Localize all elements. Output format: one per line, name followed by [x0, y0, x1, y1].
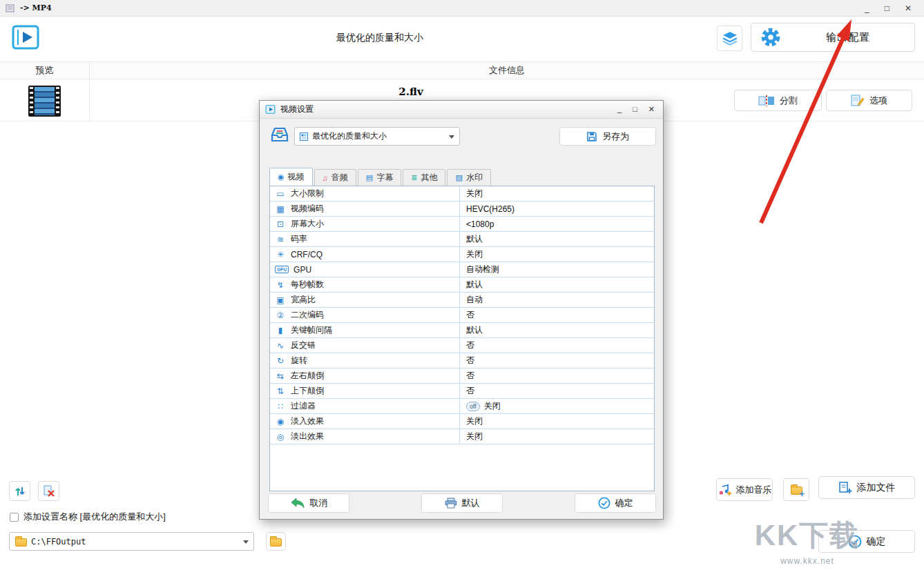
setting-row[interactable]: ↻ 旋转 否: [270, 353, 654, 368]
audio-tab-icon: ♫: [323, 174, 328, 182]
setting-value-cell[interactable]: 默认: [460, 277, 654, 292]
setting-row[interactable]: ⇅ 上下颠倒 否: [270, 384, 654, 399]
file-name: 2.flv: [90, 86, 732, 98]
setting-value-cell[interactable]: 否: [460, 384, 654, 398]
setting-label: 每秒帧数: [291, 279, 324, 291]
caret-down-icon: [243, 540, 249, 544]
settings-table: ▭ 大小限制 关闭 ▦ 视频编码 HEVC(H265): [269, 186, 655, 491]
maximize-button[interactable]: □: [885, 3, 889, 13]
setting-value: 默认: [466, 233, 483, 245]
add-folder-button[interactable]: +: [783, 478, 809, 501]
add-music-button[interactable]: 添加音乐: [716, 478, 773, 501]
minimize-button[interactable]: _: [865, 3, 869, 13]
setting-value-cell[interactable]: off 关闭: [460, 399, 654, 413]
output-config-button[interactable]: 输出配置: [751, 23, 915, 52]
transfer-settings-button[interactable]: [9, 481, 30, 501]
dialog-ok-button[interactable]: 确定: [575, 493, 656, 513]
remove-file-button[interactable]: [38, 481, 59, 501]
dialog-tab[interactable]: ▤ 字幕: [358, 169, 401, 186]
preset-tray-icon: [270, 126, 289, 144]
setting-row[interactable]: ② 二次编码 否: [270, 308, 654, 323]
browse-folder-button[interactable]: [266, 532, 286, 551]
default-button[interactable]: 默认: [421, 493, 503, 513]
dialog-tab[interactable]: ♫ 音频: [314, 169, 356, 186]
main-toolbar: 最优化的质量和大小 输出配置: [0, 17, 924, 61]
dialog-maximize-button[interactable]: □: [633, 105, 637, 114]
confirm-button[interactable]: 确定: [818, 530, 915, 553]
bitrate-icon: ≋: [275, 235, 286, 244]
flip-horizontal-icon: ⇆: [275, 372, 286, 380]
setting-value-cell[interactable]: HEVC(H265): [460, 202, 654, 216]
options-button[interactable]: 选项: [826, 90, 912, 111]
setting-row[interactable]: ◉ 淡入效果 关闭: [270, 414, 654, 429]
floppy-save-icon: [586, 131, 597, 142]
setting-value-cell[interactable]: 默认: [460, 232, 654, 246]
delete-document-icon: [43, 485, 55, 498]
setting-row[interactable]: GPU GPU 自动检测: [270, 262, 654, 277]
setting-value-cell[interactable]: 否: [460, 353, 654, 368]
setting-label: 反交错: [291, 340, 316, 351]
close-button[interactable]: ✕: [905, 3, 912, 13]
document-plus-icon: [838, 482, 852, 494]
setting-value-cell[interactable]: 自动: [460, 293, 654, 307]
output-path-select[interactable]: C:\FFOutput: [9, 532, 254, 551]
dialog-tab[interactable]: ◉ 视频: [269, 168, 313, 186]
setting-value-cell[interactable]: 关闭: [460, 247, 654, 262]
add-file-button[interactable]: 添加文件: [818, 476, 915, 499]
preset-select[interactable]: 最优化的质量和大小: [294, 127, 460, 146]
setting-row[interactable]: ▣ 宽高比 自动: [270, 293, 654, 308]
setting-value-cell[interactable]: 自动检测: [460, 262, 654, 277]
setting-label-cell: ◉ 淡入效果: [270, 414, 460, 429]
setting-row[interactable]: ▦ 视频编码 HEVC(H265): [270, 202, 654, 217]
app-logo-icon: [11, 23, 40, 52]
setting-value-cell[interactable]: 否: [460, 368, 654, 383]
setting-value-cell[interactable]: 关闭: [460, 186, 654, 201]
setting-label-cell: ∷ 过滤器: [270, 399, 460, 413]
setting-row[interactable]: ▮ 关键帧间隔 默认: [270, 323, 654, 338]
setting-label: CRF/CQ: [291, 250, 323, 259]
save-as-button[interactable]: 另存为: [559, 127, 656, 146]
presets-list-button[interactable]: [717, 26, 742, 51]
setting-value-cell[interactable]: 关闭: [460, 429, 654, 444]
setting-value-cell[interactable]: 默认: [460, 323, 654, 337]
setting-value-cell[interactable]: 关闭: [460, 414, 654, 429]
off-badge-icon: off: [466, 402, 480, 411]
cancel-button[interactable]: 取消: [268, 493, 349, 513]
setting-label-cell: ✳ CRF/CQ: [270, 247, 460, 262]
setting-row[interactable]: ↯ 每秒帧数 默认: [270, 277, 654, 293]
dialog-tab[interactable]: ≣ 其他: [403, 169, 445, 186]
check-circle-icon: [598, 497, 610, 509]
tab-label: 音频: [331, 172, 348, 184]
setting-label-cell: ▭ 大小限制: [270, 186, 460, 201]
folder-icon: [15, 538, 27, 547]
dialog-close-button[interactable]: ✕: [648, 105, 655, 114]
window-app-icon: [6, 3, 15, 13]
setting-row[interactable]: ≋ 码率 默认: [270, 232, 654, 247]
setting-value-cell[interactable]: 否: [460, 308, 654, 322]
setting-label-cell: ◎ 淡出效果: [270, 429, 460, 444]
setting-value: 默认: [466, 279, 483, 291]
setting-label: 宽高比: [291, 294, 316, 306]
setting-value: <1080p: [466, 219, 494, 229]
split-button[interactable]: 分割: [734, 90, 822, 111]
dialog-tab[interactable]: ▨ 水印: [447, 169, 490, 186]
preset-select-value: 最优化的质量和大小: [312, 130, 387, 142]
video-thumbnail[interactable]: [28, 86, 61, 117]
setting-row[interactable]: ∿ 反交错 否: [270, 338, 654, 353]
setting-row[interactable]: ▭ 大小限制 关闭: [270, 186, 654, 202]
setting-label: 淡入效果: [291, 415, 324, 427]
preview-cell: [0, 80, 90, 121]
setting-row[interactable]: ◎ 淡出效果 关闭: [270, 429, 654, 444]
setting-value: 否: [466, 355, 474, 366]
video-settings-dialog: 视频设置 _ □ ✕ 最优化的质量和大小 另存为: [259, 100, 664, 520]
add-name-checkbox[interactable]: [10, 513, 19, 522]
dialog-minimize-button[interactable]: _: [617, 105, 622, 114]
setting-row[interactable]: ✳ CRF/CQ 关闭: [270, 247, 654, 262]
setting-row[interactable]: ⊡ 屏幕大小 <1080p: [270, 217, 654, 232]
setting-row[interactable]: ∷ 过滤器 off 关闭: [270, 399, 654, 414]
setting-row[interactable]: ⇆ 左右颠倒 否: [270, 368, 654, 384]
window-controls: _ □ ✕: [865, 3, 918, 13]
setting-value-cell[interactable]: <1080p: [460, 217, 654, 231]
setting-value-cell[interactable]: 否: [460, 338, 654, 353]
split-label: 分割: [780, 95, 798, 107]
